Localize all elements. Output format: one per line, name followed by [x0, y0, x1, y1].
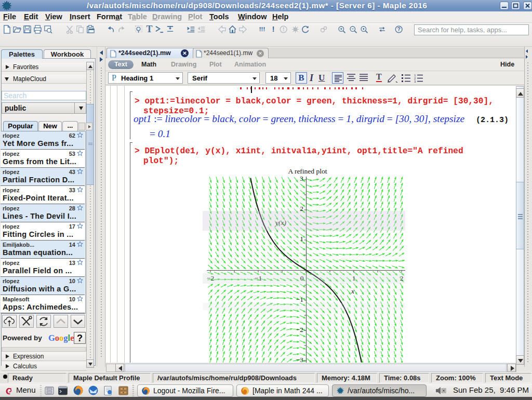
svg-text:x: x [351, 287, 354, 295]
svg-text:!!!: !!! [259, 26, 265, 32]
svg-text:!: ! [272, 25, 275, 33]
svg-text:3: 3 [414, 80, 416, 83]
svg-text:−2: −2 [296, 326, 303, 334]
svg-text:A refined plot: A refined plot [288, 167, 327, 175]
svg-text:−1: −1 [296, 296, 303, 303]
svg-text:T: T [147, 25, 153, 34]
svg-text:3: 3 [300, 175, 303, 182]
svg-text:!: ! [283, 26, 284, 32]
svg-text:?: ? [397, 26, 401, 32]
svg-text:1: 1 [300, 235, 303, 243]
svg-text:−3: −3 [296, 356, 304, 363]
